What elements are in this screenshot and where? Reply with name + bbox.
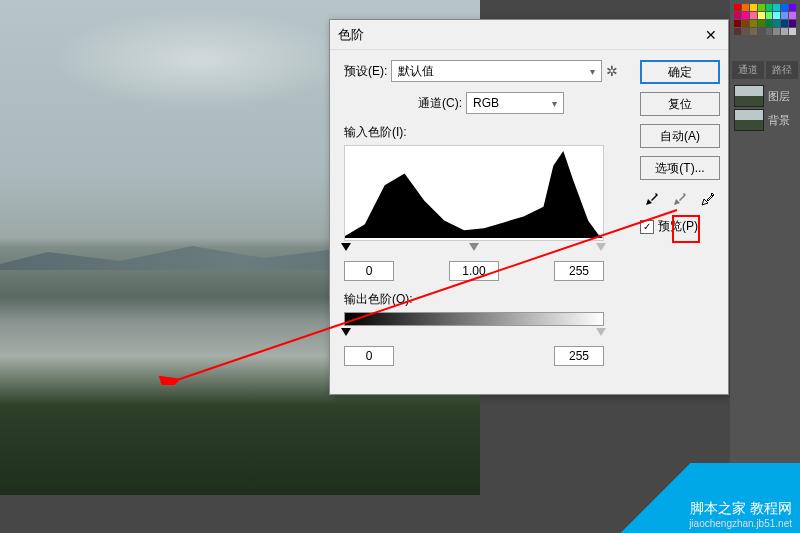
watermark: 脚本之家 教程网 jiaochengzhan.jb51.net xyxy=(570,463,800,533)
gamma-slider[interactable] xyxy=(469,243,479,251)
channel-label: 通道(C): xyxy=(418,95,462,112)
swatch[interactable] xyxy=(758,28,765,35)
output-black-slider[interactable] xyxy=(341,328,351,336)
channel-select[interactable]: RGB ▾ xyxy=(466,92,564,114)
options-button[interactable]: 选项(T)... xyxy=(640,156,720,180)
layer-item[interactable]: 图层 xyxy=(734,85,796,107)
swatch[interactable] xyxy=(766,28,773,35)
swatch[interactable] xyxy=(773,28,780,35)
chevron-down-icon: ▾ xyxy=(590,66,601,77)
dialog-titlebar: 色阶 ✕ xyxy=(330,20,728,50)
black-eyedropper-icon[interactable] xyxy=(643,190,661,208)
tab-paths[interactable]: 路径 xyxy=(766,61,798,79)
swatch[interactable] xyxy=(781,12,788,19)
input-gamma-field[interactable] xyxy=(449,261,499,281)
swatch[interactable] xyxy=(734,28,741,35)
watermark-text: 脚本之家 教程网 xyxy=(689,500,792,518)
swatch[interactable] xyxy=(742,12,749,19)
layer-item[interactable]: 背景 xyxy=(734,109,796,131)
swatch[interactable] xyxy=(758,4,765,11)
channel-value: RGB xyxy=(473,96,499,110)
gray-eyedropper-icon[interactable] xyxy=(671,190,689,208)
swatch[interactable] xyxy=(750,20,757,27)
preview-checkbox[interactable]: ✓ xyxy=(640,220,654,234)
output-white-slider[interactable] xyxy=(596,328,606,336)
ok-button[interactable]: 确定 xyxy=(640,60,720,84)
input-slider-track xyxy=(344,245,604,255)
check-icon: ✓ xyxy=(643,221,651,232)
black-point-slider[interactable] xyxy=(341,243,351,251)
preset-label: 预设(E): xyxy=(344,63,387,80)
swatch[interactable] xyxy=(758,20,765,27)
auto-button[interactable]: 自动(A) xyxy=(640,124,720,148)
swatches-panel xyxy=(730,0,800,39)
watermark-url: jiaochengzhan.jb51.net xyxy=(689,518,792,529)
output-slider-track xyxy=(344,330,604,340)
preset-select[interactable]: 默认值 ▾ xyxy=(391,60,602,82)
chevron-down-icon: ▾ xyxy=(552,98,563,109)
preset-value: 默认值 xyxy=(398,63,434,80)
input-levels-label: 输入色阶(I): xyxy=(344,124,618,141)
swatch[interactable] xyxy=(734,4,741,11)
levels-dialog: 色阶 ✕ 预设(E): 默认值 ▾ ✲ 通道(C): RGB ▾ xyxy=(329,19,729,395)
swatch[interactable] xyxy=(766,20,773,27)
output-levels-label: 输出色阶(O): xyxy=(344,291,618,308)
output-black-field[interactable] xyxy=(344,346,394,366)
swatch[interactable] xyxy=(742,4,749,11)
dialog-title: 色阶 xyxy=(338,26,364,44)
preview-label: 预览(P) xyxy=(658,218,698,235)
panels-sidebar: 通道 路径 图层 背景 xyxy=(730,0,800,533)
swatch[interactable] xyxy=(789,12,796,19)
swatch[interactable] xyxy=(773,4,780,11)
swatch[interactable] xyxy=(766,12,773,19)
swatch[interactable] xyxy=(750,4,757,11)
gear-icon[interactable]: ✲ xyxy=(606,63,618,79)
output-white-field[interactable] xyxy=(554,346,604,366)
histogram xyxy=(344,145,604,241)
layer-thumbnail xyxy=(734,109,764,131)
swatch[interactable] xyxy=(781,28,788,35)
swatch[interactable] xyxy=(789,28,796,35)
swatch[interactable] xyxy=(734,12,741,19)
tab-channels[interactable]: 通道 xyxy=(732,61,764,79)
white-eyedropper-icon[interactable] xyxy=(699,190,717,208)
swatch[interactable] xyxy=(742,20,749,27)
output-gradient xyxy=(344,312,604,326)
close-icon[interactable]: ✕ xyxy=(702,26,720,44)
swatch[interactable] xyxy=(781,4,788,11)
swatch[interactable] xyxy=(750,28,757,35)
swatch[interactable] xyxy=(758,12,765,19)
layer-name: 图层 xyxy=(768,89,790,104)
swatch[interactable] xyxy=(773,12,780,19)
cancel-button[interactable]: 复位 xyxy=(640,92,720,116)
photo-sky xyxy=(50,10,350,110)
swatch[interactable] xyxy=(750,12,757,19)
swatch[interactable] xyxy=(742,28,749,35)
layer-thumbnail xyxy=(734,85,764,107)
swatch[interactable] xyxy=(734,20,741,27)
swatch[interactable] xyxy=(773,20,780,27)
white-point-slider[interactable] xyxy=(596,243,606,251)
input-white-field[interactable] xyxy=(554,261,604,281)
swatch[interactable] xyxy=(781,20,788,27)
layer-name: 背景 xyxy=(768,113,790,128)
swatch[interactable] xyxy=(789,20,796,27)
input-black-field[interactable] xyxy=(344,261,394,281)
swatch[interactable] xyxy=(766,4,773,11)
swatch[interactable] xyxy=(789,4,796,11)
layers-panel: 图层 背景 xyxy=(730,81,800,137)
